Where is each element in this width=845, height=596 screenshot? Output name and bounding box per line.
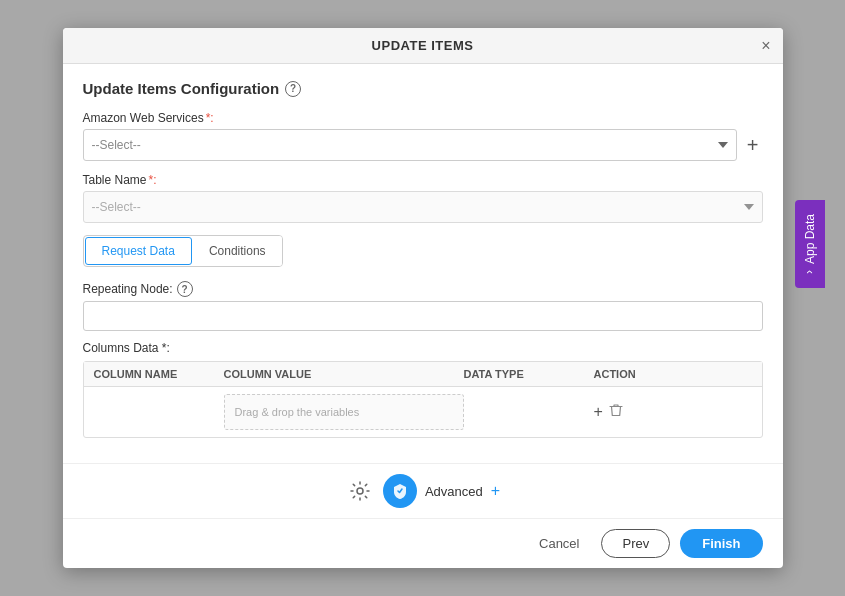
aws-add-button[interactable]: + bbox=[743, 133, 763, 157]
repeating-node-label: Repeating Node: ? bbox=[83, 281, 763, 297]
aws-field-group: Amazon Web Services *: --Select-- + bbox=[83, 111, 763, 161]
drag-drop-area[interactable]: Drag & drop the variables bbox=[224, 394, 464, 430]
advanced-plus-button[interactable]: + bbox=[491, 482, 500, 500]
app-data-tab[interactable]: ‹ App Data bbox=[795, 200, 825, 288]
modal-overlay: UPDATE ITEMS × Update Items Configuratio… bbox=[0, 0, 845, 596]
modal-header: UPDATE ITEMS × bbox=[63, 28, 783, 64]
config-title-text: Update Items Configuration bbox=[83, 80, 280, 97]
side-panel: ‹ App Data bbox=[795, 200, 825, 288]
col-header-name: COLUMN NAME bbox=[94, 368, 224, 380]
repeating-node-group: Repeating Node: ? bbox=[83, 281, 763, 331]
columns-table: COLUMN NAME COLUMN VALUE DATA TYPE ACTIO… bbox=[83, 361, 763, 438]
tab-conditions[interactable]: Conditions bbox=[193, 236, 282, 266]
modal-title: UPDATE ITEMS bbox=[372, 38, 474, 53]
col-action-cell: + bbox=[594, 403, 694, 421]
repeating-node-input[interactable] bbox=[83, 301, 763, 331]
advanced-section: Advanced + bbox=[63, 463, 783, 518]
columns-data-label: Columns Data *: bbox=[83, 341, 763, 355]
prev-button[interactable]: Prev bbox=[601, 529, 670, 558]
footer-buttons: Cancel Prev Finish bbox=[63, 518, 783, 568]
row-delete-button[interactable] bbox=[609, 403, 623, 421]
tab-group: Request Data Conditions bbox=[83, 235, 283, 267]
aws-select-wrapper: --Select-- + bbox=[83, 129, 763, 161]
gear-icon[interactable] bbox=[345, 476, 375, 506]
table-name-label: Table Name *: bbox=[83, 173, 763, 187]
table-name-select-wrapper: --Select-- bbox=[83, 191, 763, 223]
finish-button[interactable]: Finish bbox=[680, 529, 762, 558]
modal-body: Update Items Configuration ? Amazon Web … bbox=[63, 64, 783, 463]
table-row: Drag & drop the variables + bbox=[84, 387, 762, 437]
columns-data-section: Columns Data *: COLUMN NAME COLUMN VALUE… bbox=[83, 341, 763, 438]
table-name-field-group: Table Name *: --Select-- bbox=[83, 173, 763, 223]
col-header-value: COLUMN VALUE bbox=[224, 368, 464, 380]
advanced-label: Advanced bbox=[425, 484, 483, 499]
col-header-type: DATA TYPE bbox=[464, 368, 594, 380]
close-button[interactable]: × bbox=[761, 38, 770, 54]
side-tab-label: App Data bbox=[803, 214, 817, 264]
svg-point-0 bbox=[357, 488, 363, 494]
modal: UPDATE ITEMS × Update Items Configuratio… bbox=[63, 28, 783, 568]
shield-icon[interactable] bbox=[383, 474, 417, 508]
cancel-button[interactable]: Cancel bbox=[527, 530, 591, 557]
table-header: COLUMN NAME COLUMN VALUE DATA TYPE ACTIO… bbox=[84, 362, 762, 387]
aws-label: Amazon Web Services *: bbox=[83, 111, 763, 125]
tab-request-data[interactable]: Request Data bbox=[85, 237, 192, 265]
config-help-icon[interactable]: ? bbox=[285, 81, 301, 97]
side-tab-arrow: ‹ bbox=[803, 270, 817, 274]
table-name-select[interactable]: --Select-- bbox=[83, 191, 763, 223]
config-title-row: Update Items Configuration ? bbox=[83, 80, 763, 97]
aws-select[interactable]: --Select-- bbox=[83, 129, 737, 161]
col-header-action: ACTION bbox=[594, 368, 694, 380]
col-value-cell: Drag & drop the variables bbox=[224, 394, 464, 430]
row-add-button[interactable]: + bbox=[594, 403, 603, 421]
repeating-node-help-icon[interactable]: ? bbox=[177, 281, 193, 297]
